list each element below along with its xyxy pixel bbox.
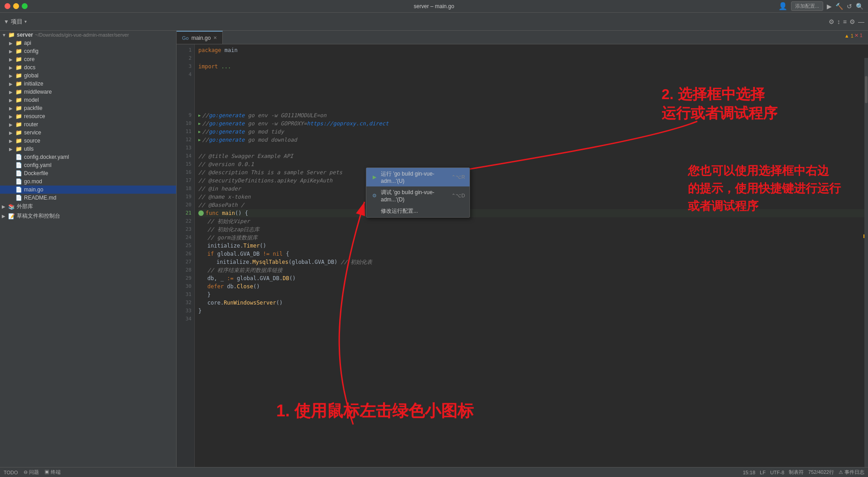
sidebar-label-packfile: packfile [24, 105, 43, 111]
collapse-arrow-icon: ▶ [9, 138, 15, 143]
sidebar[interactable]: ▼ 📁 server ~/Downloads/gin-vue-admin-mas… [0, 31, 177, 467]
content-area: ▼ 📁 server ~/Downloads/gin-vue-admin-mas… [0, 31, 868, 467]
add-config-button[interactable]: 添加配置... [791, 1, 823, 11]
ctx-item-debug[interactable]: ⚙ 调试 'go build gin-vue-adm...'(D) ⌃⌥D [366, 186, 470, 205]
code-line-10: ▶ //go:generate go env -w GOPROXY=https:… [198, 119, 864, 128]
sidebar-item-maingo[interactable]: 📄 main.go [0, 186, 176, 194]
run-gutter-icon[interactable] [198, 210, 204, 216]
titlebar-right: 👤 添加配置... ▶ 🔨 ↺ 🔍 [778, 1, 863, 11]
indent-type: 制表符 [789, 469, 804, 476]
sidebar-item-dockerfile[interactable]: 📄 Dockerfile [0, 169, 176, 177]
collapse-arrow-icon: ▶ [9, 73, 15, 78]
ctx-run-shortcut: ⌃⌥R [451, 174, 465, 180]
tab-maingo[interactable]: Go main.go ✕ [177, 31, 223, 44]
sidebar-item-source[interactable]: ▶ 📁 source [0, 137, 176, 145]
sidebar-item-utils[interactable]: ▶ 📁 utils [0, 145, 176, 153]
main-layout: ▼ 项目 ▾ ⚙ ↕ ≡ ⚙ — ▼ 📁 server ~/Downloads/… [0, 13, 868, 477]
window-title: server – main.go [414, 3, 454, 10]
code-line-4 [198, 71, 864, 79]
lib-icon: 📚 [8, 204, 15, 210]
sidebar-item-initialize[interactable]: ▶ 📁 initialize [0, 80, 176, 88]
user-icon[interactable]: 👤 [778, 2, 787, 10]
folder-icon: 📁 [15, 97, 22, 103]
ctx-debug-shortcut: ⌃⌥D [451, 193, 465, 199]
search-icon[interactable]: 🔍 [856, 3, 863, 10]
sidebar-item-service[interactable]: ▶ 📁 service [0, 129, 176, 137]
sidebar-item-docs[interactable]: ▶ 📁 docs [0, 63, 176, 72]
code-line-6 [198, 87, 864, 95]
events-log[interactable]: ⚠ 事件日志 [839, 469, 864, 476]
expand-arrow-icon: ▼ [2, 33, 8, 38]
sidebar-item-resource[interactable]: ▶ 📁 resource [0, 112, 176, 120]
sidebar-item-global[interactable]: ▶ 📁 global [0, 72, 176, 80]
sidebar-item-model[interactable]: ▶ 📁 model [0, 96, 176, 104]
build-icon[interactable]: 🔨 [835, 3, 843, 10]
sidebar-item-gomod[interactable]: 📄 go.mod [0, 177, 176, 186]
code-content[interactable]: package main import ... [195, 44, 868, 467]
project-label: 项目 [11, 18, 23, 26]
code-line-16: // @description This is a sample Server … [198, 168, 864, 176]
code-line-18: // @in header [198, 185, 864, 193]
reload-icon[interactable]: ↺ [847, 3, 852, 10]
sidebar-item-packfile[interactable]: ▶ 📁 packfile [0, 104, 176, 112]
line-col: 15:18 [743, 470, 756, 475]
folder-icon: 📁 [15, 40, 22, 46]
sidebar-item-api[interactable]: ▶ 📁 api [0, 39, 176, 47]
sidebar-item-middleware[interactable]: ▶ 📁 middleware [0, 88, 176, 96]
code-line-32: core.RunWindowsServer() [198, 299, 864, 307]
maximize-btn[interactable] [22, 3, 28, 9]
code-line-7 [198, 95, 864, 103]
scrollbar-thumb[interactable] [865, 76, 868, 103]
code-line-5 [198, 79, 864, 87]
sidebar-item-readme[interactable]: 📄 README.md [0, 194, 176, 202]
code-line-19: // @name x-token [198, 193, 864, 201]
config-icon[interactable]: ⚙ [849, 18, 855, 25]
project-dropdown-icon[interactable]: ▾ [24, 19, 27, 24]
sidebar-item-core[interactable]: ▶ 📁 core [0, 55, 176, 63]
project-collapse-icon[interactable]: ▼ [4, 19, 9, 25]
sidebar-label-global: global [24, 72, 38, 79]
sidebar-item-router[interactable]: ▶ 📁 router [0, 120, 176, 129]
hide-icon[interactable]: — [858, 18, 864, 25]
sidebar-item-external[interactable]: ▶ 📚 外部库 [0, 202, 176, 211]
vertical-scrollbar[interactable] [864, 58, 868, 467]
code-line-21: func main() { [198, 209, 864, 217]
folder-icon: 📁 [15, 56, 22, 62]
code-line-11: ▶ //go:generate go mod tidy [198, 128, 864, 136]
sidebar-item-scratch[interactable]: ▶ 📝 草稿文件和控制台 [0, 211, 176, 221]
md-file-icon: 📄 [15, 195, 22, 201]
sidebar-label-dockerfile: Dockerfile [24, 170, 48, 176]
settings-icon[interactable]: ⚙ [829, 18, 834, 25]
folder-icon: 📁 [15, 138, 22, 144]
ctx-item-run[interactable]: ▶ 运行 'go build gin-vue-adm...'(U) ⌃⌥R [366, 168, 470, 186]
folder-icon: 📁 [15, 48, 22, 54]
ctx-run-label: 运行 'go build gin-vue-adm...'(U) [381, 170, 449, 184]
folder-icon: 📁 [15, 72, 22, 79]
problems-label[interactable]: ⊖ 问题 [24, 469, 39, 476]
terminal-label[interactable]: ▣ 终端 [44, 469, 61, 476]
toolbar-left: ▼ 项目 ▾ [4, 18, 180, 26]
sort-icon[interactable]: ↕ [837, 18, 840, 25]
context-menu: ▶ 运行 'go build gin-vue-adm...'(U) ⌃⌥R ⚙ … [366, 167, 470, 218]
filter-icon[interactable]: ≡ [843, 18, 847, 25]
sidebar-item-config[interactable]: ▶ 📁 config [0, 47, 176, 55]
sidebar-item-config-docker-yaml[interactable]: 📄 config.docker.yaml [0, 153, 176, 161]
sidebar-item-label: server [17, 32, 33, 38]
close-btn[interactable] [5, 3, 10, 9]
todo-label[interactable]: TODO [4, 470, 18, 475]
run-icon: ▶ [371, 174, 378, 181]
minimize-btn[interactable] [13, 3, 19, 9]
sidebar-label-docs: docs [24, 64, 35, 71]
code-editor[interactable]: 1 2 3 4 9 10 11 12 13 14 15 16 1 [177, 44, 868, 467]
code-line-22: // 初始化Viper [198, 217, 864, 225]
sidebar-label-gomod: go.mod [24, 178, 42, 185]
tab-close-icon[interactable]: ✕ [213, 35, 217, 40]
code-line-1: package main [198, 46, 864, 54]
line-ending: LF [760, 470, 766, 475]
ctx-item-modify[interactable]: 修改运行配置... [366, 205, 470, 217]
sidebar-label-initialize: initialize [24, 81, 43, 87]
sidebar-item-config-yaml[interactable]: 📄 config.yaml [0, 161, 176, 169]
sidebar-label-external: 外部库 [17, 203, 33, 210]
run-icon[interactable]: ▶ [827, 3, 832, 10]
sidebar-item-server[interactable]: ▼ 📁 server ~/Downloads/gin-vue-admin-mas… [0, 31, 176, 39]
